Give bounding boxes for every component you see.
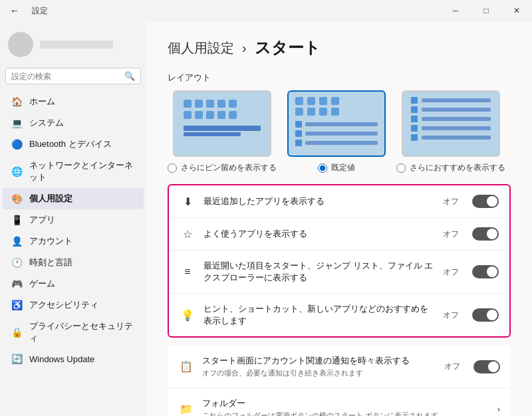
settings-row-folders[interactable]: 📁 フォルダー これらのフォルダーは電源ボタンの横のスタート ボタンに表示されま… [168, 388, 511, 416]
frequent-apps-status: オフ [443, 229, 459, 240]
frequent-apps-toggle[interactable] [472, 227, 499, 241]
sidebar-item-gaming[interactable]: 🎮 ゲーム [3, 273, 144, 294]
accessibility-icon: ♿ [11, 300, 23, 310]
tips-icon: 💡 [180, 309, 196, 322]
sidebar-item-personalization[interactable]: 🎨 個人用設定 [3, 188, 144, 209]
recent-items-status: オフ [443, 266, 459, 278]
recently-added-status: オフ [443, 196, 459, 207]
sidebar-label-time: 時刻と言語 [29, 257, 72, 268]
tips-toggle[interactable] [472, 308, 499, 322]
personalization-icon: 🎨 [11, 193, 23, 204]
layout-radio-row-pinned[interactable]: さらにピン留めを表示する [168, 162, 277, 173]
tips-label: ヒント、ショートカット、新しいアプリなどのおすすめを表示します [203, 303, 435, 327]
sidebar-item-network[interactable]: 🌐 ネットワークとインターネット [3, 155, 144, 188]
recent-items-icon: ≡ [180, 266, 196, 278]
sidebar-item-system[interactable]: 💻 システム [3, 112, 144, 134]
frequent-apps-icon: ☆ [180, 228, 196, 241]
layout-card-recommended[interactable]: さらにおすすめを表示する [396, 90, 505, 173]
account-notifications-label: スタート画面にアカウント関連の通知を時々表示する [202, 355, 436, 367]
avatar [8, 32, 33, 57]
layout-preview-pinned [173, 90, 271, 157]
sidebar-item-accounts[interactable]: 👤 アカウント [3, 231, 144, 252]
layout-preview-default [287, 90, 386, 157]
layout-section-label: レイアウト [168, 72, 511, 84]
folders-icon: 📁 [178, 403, 194, 415]
account-notifications-toggle[interactable] [473, 360, 500, 373]
sidebar-item-time[interactable]: 🕐 時刻と言語 [3, 252, 144, 273]
breadcrumb-separator: › [242, 41, 247, 56]
layout-radio-row-recommended[interactable]: さらにおすすめを表示する [396, 162, 505, 173]
layout-radio-label-default: 既定値 [331, 162, 355, 173]
normal-settings-section: 📋 スタート画面にアカウント関連の通知を時々表示する オフの場合、必要な通知は引… [168, 346, 511, 416]
recently-added-toggle[interactable] [472, 195, 499, 208]
tips-status: オフ [443, 310, 459, 321]
sidebar-nav: 🏠 ホーム 💻 システム 🔵 Bluetooth とデバイス 🌐 ネットワークと… [0, 91, 146, 369]
app-container: 🔍 🏠 ホーム 💻 システム 🔵 Bluetooth とデバイス 🌐 ネットワー… [0, 21, 532, 416]
sidebar-item-privacy[interactable]: 🔒 プライバシーとセキュリティ [3, 316, 144, 349]
windows-update-icon: 🔄 [11, 354, 23, 364]
sidebar-label-windows-update: Windows Update [29, 354, 94, 364]
account-notifications-icon: 📋 [178, 360, 194, 373]
layout-radio-recommended[interactable] [396, 163, 406, 173]
sidebar-item-bluetooth[interactable]: 🔵 Bluetooth とデバイス [3, 134, 144, 155]
folders-text-group: フォルダー これらのフォルダーは電源ボタンの横のスタート ボタンに表示されます [202, 397, 489, 416]
layout-radio-default[interactable] [318, 163, 327, 173]
sidebar-label-apps: アプリ [29, 214, 55, 226]
settings-row-recently-added: ⬇ 最近追加したアプリを表示する オフ [169, 185, 509, 218]
layout-preview-recommended [402, 90, 500, 157]
time-icon: 🕐 [11, 257, 23, 268]
home-icon: 🏠 [11, 96, 23, 107]
sidebar-item-accessibility[interactable]: ♿ アクセシビリティ [3, 294, 144, 316]
network-icon: 🌐 [11, 166, 23, 177]
layout-card-default[interactable]: 既定値 [287, 90, 386, 173]
sidebar-label-privacy: プライバシーとセキュリティ [29, 320, 136, 344]
recently-added-icon: ⬇ [180, 195, 196, 208]
folders-sublabel: これらのフォルダーは電源ボタンの横のスタート ボタンに表示されます [202, 411, 489, 416]
privacy-icon: 🔒 [11, 327, 23, 338]
main-content: 個人用設定 › スタート レイアウト さらにピン留めを表示する 既定値 [146, 21, 532, 416]
accounts-icon: 👤 [11, 236, 23, 247]
search-icon: 🔍 [124, 71, 135, 81]
sidebar-label-gaming: ゲーム [29, 278, 55, 290]
folders-label: フォルダー [202, 397, 489, 409]
bluetooth-icon: 🔵 [11, 139, 23, 150]
frequent-apps-label: よく使うアプリを表示する [203, 228, 435, 240]
titlebar: ← 設定 ─ □ ✕ [0, 0, 532, 21]
layout-radio-pinned[interactable] [168, 163, 177, 173]
sidebar-item-windows-update[interactable]: 🔄 Windows Update [3, 349, 144, 369]
recent-items-toggle[interactable] [472, 265, 499, 278]
sidebar-label-system: システム [29, 117, 64, 129]
layout-radio-label-pinned: さらにピン留めを表示する [181, 162, 277, 173]
window-controls: ─ □ ✕ [440, 0, 532, 21]
search-input[interactable] [11, 72, 122, 81]
close-button[interactable]: ✕ [501, 0, 532, 21]
window-title: 設定 [27, 5, 440, 17]
system-icon: 💻 [11, 118, 23, 128]
sidebar-item-apps[interactable]: 📱 アプリ [3, 209, 144, 231]
sidebar-label-accessibility: アクセシビリティ [29, 299, 98, 311]
sidebar-label-home: ホーム [29, 96, 55, 108]
account-notifications-sublabel: オフの場合、必要な通知は引き続き表示されます [202, 368, 436, 378]
sidebar-label-network: ネットワークとインターネット [29, 159, 136, 183]
search-box[interactable]: 🔍 [5, 68, 141, 84]
maximize-button[interactable]: □ [471, 0, 501, 21]
page-title: スタート [255, 37, 321, 58]
recent-items-label: 最近開いた項目をスタート、ジャンプ リスト、ファイル エクスプローラーに表示する [203, 260, 435, 284]
settings-row-recent-items: ≡ 最近開いた項目をスタート、ジャンプ リスト、ファイル エクスプローラーに表示… [169, 251, 509, 294]
gaming-icon: 🎮 [11, 278, 23, 289]
username [40, 41, 113, 49]
minimize-button[interactable]: ─ [440, 0, 471, 21]
back-icon: ← [10, 5, 19, 16]
layout-radio-row-default[interactable]: 既定値 [318, 162, 355, 173]
apps-icon: 📱 [11, 215, 23, 225]
sidebar-label-personalization: 個人用設定 [29, 193, 72, 205]
sidebar-label-accounts: アカウント [29, 235, 72, 247]
settings-row-account-notifications: 📋 スタート画面にアカウント関連の通知を時々表示する オフの場合、必要な通知は引… [168, 346, 511, 388]
sidebar-profile [0, 27, 146, 68]
recently-added-label: 最近追加したアプリを表示する [203, 195, 435, 207]
sidebar-item-home[interactable]: 🏠 ホーム [3, 91, 144, 112]
layout-radio-label-recommended: さらにおすすめを表示する [410, 162, 505, 173]
back-button[interactable]: ← [3, 0, 27, 21]
settings-row-tips: 💡 ヒント、ショートカット、新しいアプリなどのおすすめを表示します オフ [169, 294, 509, 336]
layout-card-pinned[interactable]: さらにピン留めを表示する [168, 90, 277, 173]
